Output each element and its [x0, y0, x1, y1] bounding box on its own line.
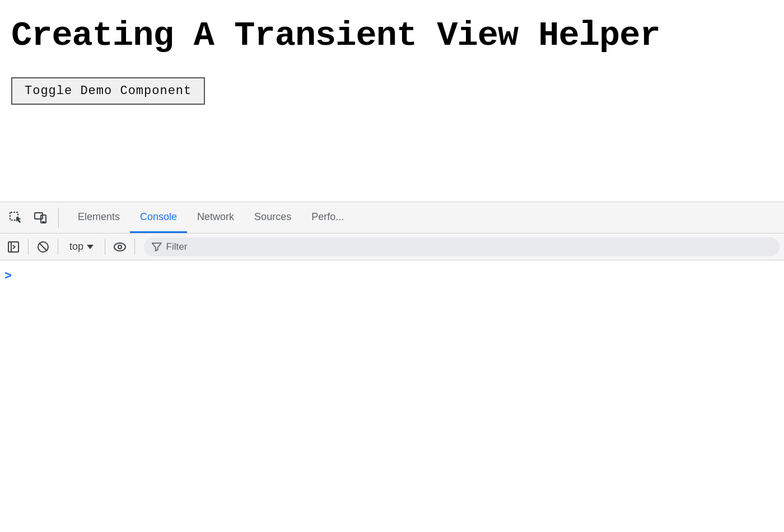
console-divider-2	[58, 239, 58, 255]
svg-point-11	[118, 245, 122, 249]
chevron-right-icon[interactable]: >	[4, 268, 12, 283]
device-icon[interactable]	[30, 208, 50, 228]
svg-line-9	[39, 243, 47, 251]
console-divider-4	[134, 239, 135, 255]
dropdown-arrow-icon	[87, 245, 94, 249]
toolbar-divider-1	[58, 208, 59, 228]
svg-rect-4	[8, 242, 18, 252]
filter-input[interactable]	[166, 241, 772, 253]
toggle-demo-button[interactable]: Toggle Demo Component	[11, 77, 205, 105]
console-divider-1	[28, 239, 29, 255]
console-divider-3	[105, 239, 105, 255]
devtools-tabs: Elements Console Network Sources Perfo..…	[68, 202, 784, 233]
console-prompt: >	[4, 266, 780, 285]
filter-container[interactable]	[144, 237, 780, 256]
clear-console-icon[interactable]	[34, 238, 52, 256]
tab-console[interactable]: Console	[130, 202, 187, 233]
filter-icon	[152, 242, 162, 252]
top-selector[interactable]: top	[64, 239, 99, 255]
tab-network[interactable]: Network	[187, 202, 244, 233]
page-title: Creating A Transient View Helper	[11, 17, 773, 55]
tab-elements[interactable]: Elements	[68, 202, 130, 233]
tab-performance[interactable]: Perfo...	[301, 202, 354, 233]
svg-line-7	[13, 247, 15, 249]
page-content: Creating A Transient View Helper Toggle …	[0, 0, 784, 202]
inspect-icon[interactable]	[6, 208, 26, 228]
devtools-panel: Elements Console Network Sources Perfo..…	[0, 202, 784, 532]
eye-icon[interactable]	[111, 238, 129, 256]
top-selector-label: top	[69, 241, 83, 253]
console-output: >	[0, 260, 784, 532]
devtools-toolbar: Elements Console Network Sources Perfo..…	[0, 202, 784, 234]
tab-sources[interactable]: Sources	[244, 202, 301, 233]
console-toolbar: top	[0, 234, 784, 260]
svg-point-10	[114, 243, 125, 251]
toolbar-icons	[0, 202, 68, 233]
expand-sidebar-icon[interactable]	[4, 238, 22, 256]
